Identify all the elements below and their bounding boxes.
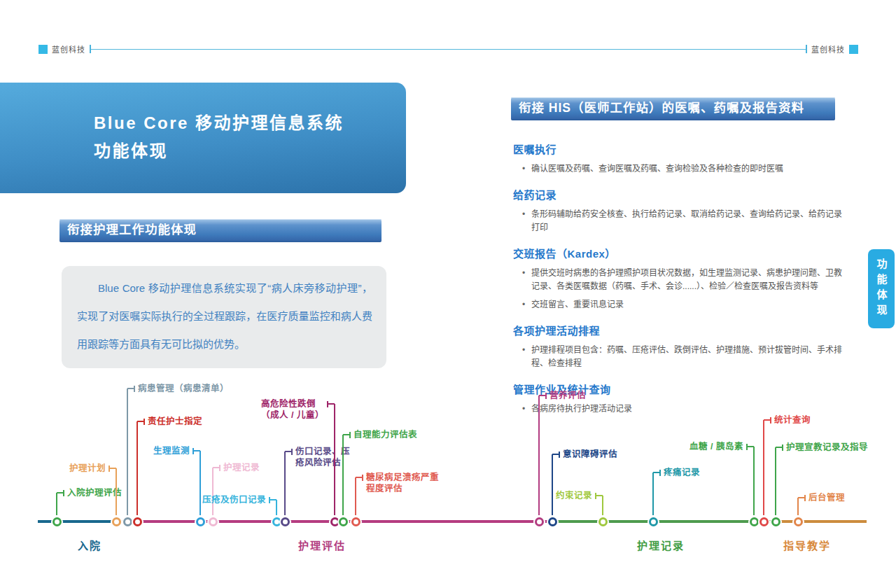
milestone-node-icon [548, 517, 557, 526]
milestone-elbow [194, 450, 200, 451]
milestone-node-icon [771, 517, 780, 526]
section-header-nursing: 衔接护理工作功能体现 [59, 219, 382, 242]
milestone-label: 血糖 / 胰岛素 [690, 441, 743, 452]
section-heading: 给药记录 [513, 187, 842, 202]
milestone-label: 责任护士指定 [148, 416, 202, 427]
milestone-elbow [596, 495, 603, 496]
milestone-stem [56, 493, 57, 515]
milestone-stem [276, 500, 277, 515]
phase-label: 指导教学 [783, 538, 831, 552]
milestone-stem [652, 472, 654, 515]
milestone-label: 压疮及伤口记录 [202, 494, 266, 505]
milestone-stem [334, 404, 335, 515]
milestone-stem [342, 435, 344, 515]
milestone-node-icon [339, 517, 348, 526]
milestone-tick [349, 432, 351, 438]
milestone-node-icon [330, 517, 340, 526]
milestone-label: 护理记录 [223, 462, 260, 473]
milestone-elbow [776, 447, 782, 448]
milestone-node-icon [196, 517, 205, 526]
milestone-node-icon [535, 517, 544, 526]
milestone-stem [775, 447, 776, 515]
milestone-tick [659, 470, 661, 476]
milestone-tick [327, 401, 328, 407]
section-heading: 各项护理活动排程 [513, 323, 842, 337]
milestone-tick [559, 451, 560, 458]
milestone-label: 入院护理评估 [67, 487, 122, 498]
milestone-label: 约束记录 [556, 490, 592, 501]
milestone-tick [134, 386, 135, 392]
milestone-node-icon [281, 517, 290, 526]
brochure-page: 蓝创科技 蓝创科技 Blue Core 移动护理信息系统 功能体现 衔接护理工作… [0, 0, 896, 588]
milestone-node-icon [123, 517, 132, 526]
milestone-elbow [356, 477, 362, 478]
milestone-stem [284, 451, 286, 515]
milestone-node-icon [649, 517, 658, 526]
bullet-icon: • [522, 267, 525, 280]
section-bullet: •提供交班时病患的各护理照护项目状况数据，如生理监测记录、病患护理问题、卫教记录… [513, 267, 842, 293]
milestone-tick [291, 449, 293, 455]
milestone-elbow [270, 499, 276, 500]
phase-label: 护理记录 [637, 538, 685, 552]
page-title-line1: Blue Core 移动护理信息系统 [94, 109, 406, 137]
milestone-label: 病患管理（病患清单） [138, 383, 229, 394]
milestone-stem [552, 454, 553, 515]
brand-name-right: 蓝创科技 [811, 43, 845, 55]
milestone-label: 统计查询 [774, 414, 811, 426]
milestone-label: 后台管理 [808, 492, 845, 503]
milestone-label: 糖尿病足溃疡严重程度评估 [366, 472, 439, 494]
side-tab-function: 功能体现 [868, 249, 895, 328]
milestone-tick [63, 490, 64, 496]
milestone-elbow [798, 497, 804, 498]
milestone-elbow [57, 492, 63, 493]
milestone-elbow [748, 446, 754, 447]
milestone-node-icon [133, 517, 142, 526]
rule-line [91, 49, 806, 50]
page-header-rule: 蓝创科技 蓝创科技 [38, 43, 858, 55]
milestone-elbow [213, 467, 219, 468]
milestone-elbow [285, 451, 291, 452]
milestone-tick [192, 448, 194, 454]
milestone-tick [746, 444, 748, 450]
milestone-stem [136, 421, 138, 515]
milestone-tick [362, 475, 363, 481]
phase-label: 入院 [78, 538, 102, 552]
his-sections: 医嘱执行•确认医嘱及药嘱、查询医嘱及药嘱、查询检验及各种检查的即时医嘱给药记录•… [513, 130, 842, 421]
milestone-label: 自理能力评估表 [354, 429, 417, 440]
milestone-elbow [137, 421, 144, 422]
milestone-stem [797, 498, 799, 515]
milestone-elbow [127, 388, 134, 389]
brand-name-left: 蓝创科技 [52, 43, 85, 55]
milestone-stem [538, 396, 540, 515]
milestone-tick [108, 465, 110, 472]
milestone-node-icon [794, 517, 803, 526]
milestone-stem [200, 451, 201, 515]
milestone-tick [219, 465, 220, 471]
milestone-tick [595, 493, 596, 499]
milestone-elbow [552, 454, 559, 455]
milestone-node-icon [209, 517, 218, 526]
milestone-node-icon [272, 517, 281, 526]
milestone-stem [115, 468, 117, 515]
section-bullet: •交班留言、重要讯息记录 [513, 298, 842, 312]
brand-logo-icon [849, 45, 858, 54]
milestone-stem [212, 468, 214, 515]
milestone-node-icon [760, 517, 769, 526]
milestone-elbow [539, 395, 545, 396]
milestone-label: 高危险性跌倒（成人 / 儿童） [261, 398, 324, 421]
milestone-stem [753, 447, 755, 515]
section-heading: 医嘱执行 [513, 141, 842, 156]
milestone-elbow [343, 434, 349, 435]
milestone-label: 护理计划 [69, 463, 106, 474]
milestone-elbow [653, 472, 659, 473]
title-banner: Blue Core 移动护理信息系统 功能体现 [0, 83, 406, 193]
milestone-node-icon [750, 517, 759, 526]
brand-logo-icon [38, 45, 48, 54]
milestone-node-icon [351, 517, 360, 526]
milestone-stem [602, 496, 603, 515]
milestone-label: 疼痛记录 [664, 467, 700, 478]
milestone-stem [355, 477, 356, 515]
milestone-label: 生理监测 [153, 445, 190, 456]
milestone-elbow [328, 403, 335, 405]
milestone-tick [770, 417, 771, 424]
